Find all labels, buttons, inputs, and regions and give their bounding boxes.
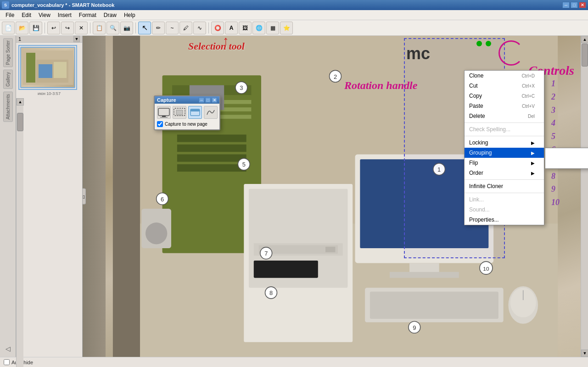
page-panel-menu[interactable]: ▼ <box>73 36 80 42</box>
undo-button[interactable]: ↩ <box>47 22 60 34</box>
ctx-grouping[interactable]: Grouping ▶ Group Ctrl+G Ungroup Ctrl+R <box>465 148 544 158</box>
table-button[interactable]: ▦ <box>266 22 279 34</box>
minimize-button[interactable]: ─ <box>562 2 570 8</box>
capture-area-button[interactable] <box>173 106 186 119</box>
submenu-group[interactable]: Group Ctrl+G <box>545 148 588 158</box>
maximize-button[interactable]: □ <box>571 2 578 8</box>
svg-text:6: 6 <box>161 196 164 203</box>
eraser-tool-button[interactable]: ~ <box>166 22 179 34</box>
browser-button[interactable]: 🌐 <box>252 22 265 34</box>
selection-tool-arrow: ↑ <box>223 36 229 48</box>
svg-rect-13 <box>177 134 246 142</box>
attachments-tab[interactable]: Attachments <box>3 92 13 122</box>
page-thumbnail-wrapper[interactable] <box>18 45 77 90</box>
new-button[interactable]: 📄 <box>2 22 15 34</box>
ctx-delete[interactable]: Delete Del <box>465 111 544 121</box>
canvas-scroll-up[interactable]: ▲ <box>581 36 588 43</box>
menu-edit[interactable]: Edit <box>18 10 35 20</box>
capture-close-button[interactable]: ✕ <box>212 97 217 103</box>
svg-text:8: 8 <box>269 289 273 296</box>
ctx-locking[interactable]: Locking ▶ <box>465 138 544 148</box>
capture-checkbox-row: Capture to new page <box>157 121 217 127</box>
canvas-area[interactable]: 1 2 3 4 5 6 7 8 9 10 <box>83 36 588 357</box>
scroll-thumb[interactable] <box>17 113 23 131</box>
ctx-sep-4 <box>465 193 544 193</box>
image-button[interactable]: 🖼 <box>239 22 252 34</box>
gallery-tab[interactable]: Gallery <box>3 70 13 89</box>
copy-button[interactable]: 📋 <box>93 22 106 34</box>
menu-draw[interactable]: Draw <box>100 10 120 20</box>
ctx-flip[interactable]: Flip ▶ <box>465 158 544 168</box>
ctx-sep-3 <box>465 179 544 180</box>
title-bar: S computer_vocabulary * - SMART Notebook… <box>0 0 588 10</box>
svg-text:2: 2 <box>334 73 337 80</box>
scroll-up-button[interactable]: ▲ <box>17 98 24 106</box>
save-button[interactable]: 💾 <box>29 22 42 34</box>
shapes-button[interactable]: ⭕ <box>211 22 224 34</box>
ctx-link[interactable]: Link... <box>465 195 544 205</box>
svg-rect-14 <box>177 145 246 152</box>
ctx-order-arrow: ▶ <box>531 171 535 176</box>
ctx-sound[interactable]: Sound... <box>465 205 544 215</box>
ctx-copy[interactable]: Copy Ctrl+C <box>465 91 544 101</box>
ctx-clone-shortcut: Ctrl+D <box>521 73 535 78</box>
text-tool-button[interactable]: A <box>225 22 238 34</box>
page-sorter-tab[interactable]: Page Sorter <box>3 38 13 67</box>
page-margin-numbers: 12345 678910 <box>551 77 560 209</box>
handle-circle-left[interactable] <box>476 41 482 46</box>
page-panel-scrollbar[interactable]: ▲ ▼ <box>16 98 23 367</box>
zoom-button[interactable]: 🔍 <box>106 22 119 34</box>
left-sidebar: Page Sorter Gallery Attachments ◁ <box>0 36 16 357</box>
sidebar-collapse-arrow[interactable]: ◁ <box>6 345 11 352</box>
submenu-ungroup-label: Ungroup <box>550 160 571 167</box>
select-tool-button[interactable]: ↖ <box>138 22 151 34</box>
highlighter-button[interactable]: 🖊 <box>179 22 192 34</box>
ctx-delete-label: Delete <box>469 113 485 119</box>
line-tool-button[interactable]: ∿ <box>193 22 206 34</box>
pen-tool-button[interactable]: ✏ <box>152 22 165 34</box>
auto-hide-checkbox[interactable] <box>4 359 10 365</box>
selection-content-mc: mc <box>406 44 430 63</box>
ctx-properties[interactable]: Properties... <box>465 215 544 225</box>
page-thumbnail[interactable] <box>20 47 75 88</box>
open-button[interactable]: 📂 <box>16 22 28 34</box>
page-thumbnail-area: июн 10-3:57 <box>16 43 82 98</box>
menu-view[interactable]: View <box>35 10 54 20</box>
ctx-cut[interactable]: Cut Ctrl+X <box>465 81 544 91</box>
status-bar: Auto-hide <box>0 357 588 367</box>
delete-button[interactable]: ✕ <box>75 22 88 34</box>
menu-insert[interactable]: Insert <box>54 10 75 20</box>
svg-text:5: 5 <box>242 161 246 168</box>
handle-circle-right[interactable] <box>486 41 491 46</box>
capture-checkbox-label: Capture to new page <box>165 122 207 127</box>
capture-screen-button[interactable] <box>157 106 171 119</box>
capture-minimize-button[interactable]: ─ <box>199 97 204 103</box>
ctx-check-spelling[interactable]: Check Spelling... <box>465 124 544 134</box>
capture-title-text: Capture <box>157 97 176 103</box>
ctx-order[interactable]: Order ▶ <box>465 168 544 178</box>
redo-button[interactable]: ↪ <box>61 22 74 34</box>
capture-button[interactable]: 📷 <box>120 22 133 34</box>
capture-to-new-page-checkbox[interactable] <box>157 121 163 127</box>
submenu-ungroup[interactable]: Ungroup Ctrl+R <box>545 158 588 168</box>
capture-resize-button[interactable]: □ <box>205 97 211 103</box>
canvas-scroll-thumb[interactable] <box>582 44 588 67</box>
menu-format[interactable]: Format <box>75 10 100 20</box>
capture-freehand-button[interactable] <box>204 106 218 119</box>
panel-collapse-button[interactable]: ◁ <box>83 189 86 205</box>
ctx-infinite-cloner[interactable]: Infinite Cloner <box>465 181 544 191</box>
menu-help[interactable]: Help <box>120 10 139 20</box>
ctx-clone[interactable]: Clone Ctrl+D <box>465 71 544 81</box>
capture-window-button[interactable] <box>188 106 202 119</box>
resources-button[interactable]: ⭐ <box>280 22 293 34</box>
svg-rect-55 <box>158 108 169 116</box>
close-button[interactable]: ✕ <box>579 2 586 8</box>
svg-rect-29 <box>370 292 498 319</box>
canvas-scrollbar[interactable]: ▲ ▼ <box>581 36 588 357</box>
ctx-paste[interactable]: Paste Ctrl+V <box>465 101 544 111</box>
menu-file[interactable]: File <box>2 10 18 20</box>
canvas-scroll-down[interactable]: ▼ <box>581 350 588 357</box>
ctx-spelling-label: Check Spelling... <box>469 126 510 133</box>
page-number-label: 1 <box>18 36 21 42</box>
ctx-properties-label: Properties... <box>469 217 499 223</box>
